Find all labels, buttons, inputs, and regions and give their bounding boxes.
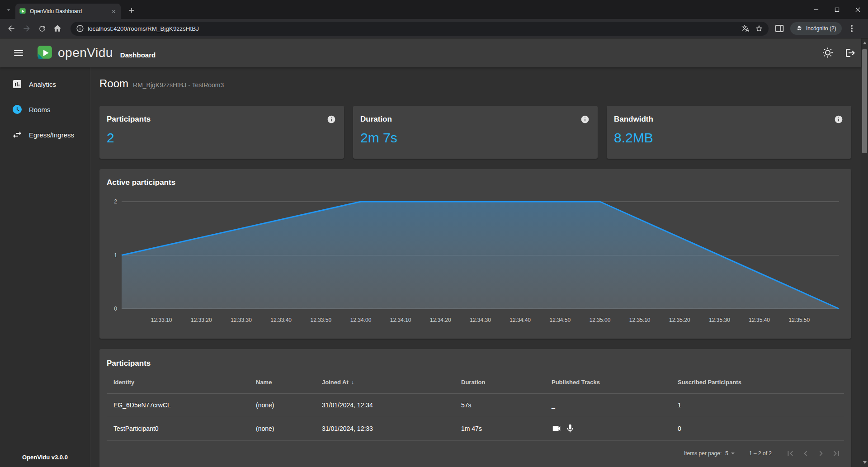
back-button[interactable] — [4, 21, 19, 36]
tab-search-chevron-icon[interactable] — [4, 5, 14, 15]
app-header: openVidu Dashboard — [0, 38, 861, 67]
cell-identity: TestParticipant0 — [107, 417, 249, 440]
page-title-row: Room RM_BjgK9zzsHtBJ - TestRoom3 — [99, 77, 851, 90]
sort-desc-arrow-icon: ↓ — [351, 379, 354, 386]
svg-text:12:33:40: 12:33:40 — [270, 317, 292, 323]
scrollbar-up-arrow[interactable] — [861, 39, 868, 47]
stat-value: 8.2MB — [614, 130, 844, 146]
svg-text:12:34:20: 12:34:20 — [430, 317, 451, 323]
app-title: Dashboard — [120, 51, 156, 59]
room-id-subtitle: RM_BjgK9zzsHtBJ - TestRoom3 — [133, 81, 224, 89]
cell-subscribed: 1 — [671, 393, 844, 417]
bandwidth-card: Bandwidth 8.2MB — [607, 106, 851, 159]
previous-page-button[interactable] — [798, 446, 813, 461]
sidebar-item-label: Rooms — [29, 106, 51, 113]
column-header-identity[interactable]: Identity — [107, 372, 249, 393]
page-scrollbar[interactable] — [861, 38, 868, 467]
info-icon[interactable] — [834, 115, 843, 124]
url-text[interactable]: localhost:4200/rooms/RM_BjgK9zzsHtBJ — [88, 25, 736, 32]
column-header-duration[interactable]: Duration — [454, 372, 545, 393]
cell-identity: EG_6D5eN77crwCL — [107, 393, 249, 417]
tab-close-icon[interactable] — [110, 8, 117, 15]
paginator: Items per page: 5 1 – 2 of 2 — [99, 441, 851, 466]
bookmark-star-icon[interactable] — [755, 24, 763, 33]
svg-text:1: 1 — [114, 252, 117, 259]
svg-text:12:34:10: 12:34:10 — [390, 317, 411, 323]
participants-table-card: Participants Identity Name Joined At↓ Du… — [99, 349, 851, 467]
side-panel-icon[interactable] — [774, 23, 785, 34]
sidebar-item-analytics[interactable]: Analytics — [0, 71, 90, 97]
window-minimize-button[interactable] — [806, 0, 826, 19]
reload-button[interactable] — [34, 21, 50, 36]
stat-value: 2m 7s — [360, 130, 590, 146]
svg-text:12:33:10: 12:33:10 — [151, 317, 172, 323]
paginator-range: 1 – 2 of 2 — [749, 450, 772, 457]
brand-name: openVidu — [58, 46, 113, 60]
svg-text:12:34:30: 12:34:30 — [470, 317, 491, 323]
site-info-icon[interactable] — [76, 24, 84, 33]
cell-subscribed: 0 — [671, 417, 844, 440]
cell-joined-at: 31/01/2024, 12:33 — [315, 417, 454, 440]
table-header-row: Identity Name Joined At↓ Duration Publis… — [107, 372, 844, 393]
last-page-button[interactable] — [829, 446, 844, 461]
stat-label: Participants — [107, 115, 337, 124]
sidebar: Analytics Rooms Egress/Ingress OpenVidu … — [0, 67, 90, 467]
svg-text:12:33:30: 12:33:30 — [231, 317, 252, 323]
swap-arrows-icon — [12, 129, 23, 140]
browser-tab[interactable]: OpenVidu Dashboard — [15, 4, 121, 19]
scrollbar-down-arrow[interactable] — [861, 459, 868, 466]
cell-name: (none) — [249, 393, 315, 417]
openvidu-logo — [36, 44, 53, 61]
theme-toggle-sun-icon[interactable] — [822, 47, 833, 58]
items-per-page-label: Items per page: — [684, 450, 722, 457]
menu-hamburger-icon[interactable] — [13, 47, 24, 59]
svg-text:12:35:20: 12:35:20 — [669, 317, 690, 323]
next-page-button[interactable] — [813, 446, 829, 461]
active-participants-chart: 01212:33:1012:33:2012:33:3012:33:4012:33… — [99, 169, 851, 339]
incognito-label: Incógnito (2) — [806, 25, 836, 32]
stat-label: Bandwidth — [614, 115, 844, 124]
items-per-page-select[interactable]: 5 — [725, 450, 735, 457]
stat-cards-row: Participants 2 Duration 2m 7s Bandwidth … — [99, 106, 851, 159]
table-row: EG_6D5eN77crwCL (none) 31/01/2024, 12:34… — [107, 393, 844, 417]
svg-text:12:34:00: 12:34:00 — [350, 317, 372, 323]
cell-joined-at: 31/01/2024, 12:34 — [315, 393, 454, 417]
new-tab-button[interactable] — [126, 5, 137, 16]
chart-title: Active participants — [107, 178, 175, 187]
participants-table: Identity Name Joined At↓ Duration Publis… — [107, 372, 844, 441]
cell-published-tracks — [545, 417, 671, 440]
browser-menu-icon[interactable] — [846, 23, 857, 34]
browser-tabstrip: OpenVidu Dashboard — [0, 0, 868, 19]
column-header-published-tracks[interactable]: Published Tracks — [545, 372, 671, 393]
window-maximize-button[interactable] — [826, 0, 847, 19]
sidebar-item-egress-ingress[interactable]: Egress/Ingress — [0, 122, 90, 147]
page-title: Room — [99, 77, 128, 90]
url-bar[interactable]: localhost:4200/rooms/RM_BjgK9zzsHtBJ — [71, 22, 769, 36]
sidebar-item-label: Egress/Ingress — [29, 131, 74, 139]
logout-icon[interactable] — [845, 47, 856, 58]
scrollbar-thumb[interactable] — [862, 49, 867, 153]
main-content: Room RM_BjgK9zzsHtBJ - TestRoom3 Partici… — [90, 67, 861, 467]
window-controls — [806, 0, 868, 19]
sidebar-item-rooms[interactable]: Rooms — [0, 97, 90, 122]
incognito-badge[interactable]: Incógnito (2) — [790, 22, 842, 35]
svg-text:12:33:50: 12:33:50 — [310, 317, 331, 323]
mic-icon — [565, 424, 575, 434]
svg-text:12:34:40: 12:34:40 — [509, 317, 531, 323]
home-button[interactable] — [50, 21, 65, 36]
translate-icon[interactable] — [741, 24, 750, 33]
clock-icon — [12, 104, 23, 115]
first-page-button[interactable] — [783, 446, 798, 461]
window-close-button[interactable] — [847, 0, 868, 19]
column-header-subscribed-participants[interactable]: Suscribed Participants — [671, 372, 844, 393]
svg-text:12:35:50: 12:35:50 — [788, 317, 810, 323]
table-title: Participants — [99, 349, 851, 368]
info-icon[interactable] — [580, 115, 590, 124]
forward-button[interactable] — [19, 21, 34, 36]
svg-text:12:34:50: 12:34:50 — [549, 317, 571, 323]
svg-text:12:33:20: 12:33:20 — [191, 317, 212, 323]
svg-text:12:35:00: 12:35:00 — [590, 317, 611, 323]
info-icon[interactable] — [327, 115, 336, 124]
column-header-name[interactable]: Name — [249, 372, 315, 393]
column-header-joined-at[interactable]: Joined At↓ — [315, 372, 454, 393]
